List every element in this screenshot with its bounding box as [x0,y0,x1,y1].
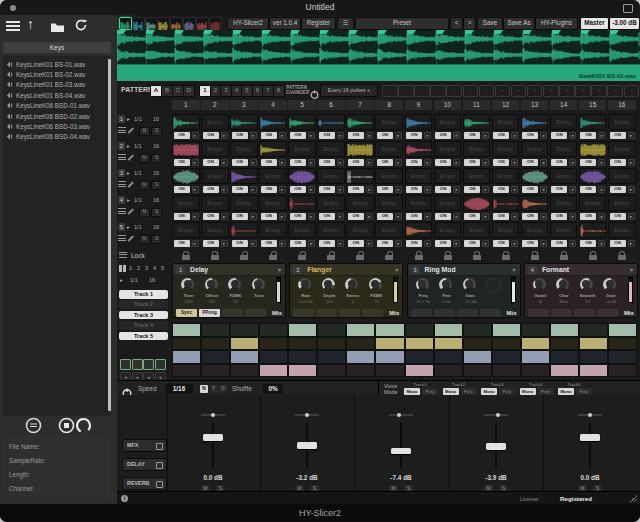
slice-on-button[interactable]: ON [435,132,451,139]
row-mute-button[interactable]: M [139,181,150,190]
slice-cell[interactable] [579,168,607,184]
row-menu-icon[interactable] [118,154,126,160]
slice-on-button[interactable]: ON [464,159,480,166]
fx-unit-header[interactable]: 4Formant▾ [525,264,637,276]
slice-on-button[interactable]: ON [290,240,306,247]
slice-play-button[interactable]: ▸ [337,240,344,247]
menu-icon[interactable] [6,21,20,31]
slice-cell[interactable]: Empty [550,141,578,157]
step-grid-cell[interactable] [521,337,550,351]
slice-on-button[interactable]: ON [348,159,364,166]
menu-button[interactable]: ☰ [337,17,354,30]
fx-button-blank[interactable] [434,309,455,317]
step-grid-cell[interactable] [434,337,463,351]
slice-play-button[interactable]: ▸ [511,240,518,247]
voice-track1-mono[interactable]: Mono [404,388,420,395]
slice-cell[interactable]: Empty [521,141,549,157]
slice-play-button[interactable]: ▸ [424,213,431,220]
slice-on-button[interactable]: ON [464,132,480,139]
fx-knob-fdbk[interactable] [369,278,382,291]
step-grid-cell[interactable] [405,364,434,378]
fader-handle[interactable] [297,442,317,449]
sample-slot-2[interactable] [132,17,145,30]
pattern-changer-cell[interactable]: - [463,85,479,97]
slice-cell[interactable]: Empty [317,168,345,184]
fx-button-blank[interactable] [316,309,337,317]
lock-icon[interactable] [327,255,335,261]
slice-play-button[interactable]: ▸ [395,186,402,193]
pattern-changer-cell[interactable]: - [414,85,430,97]
slice-cell[interactable]: Empty [172,222,200,238]
slice-cell[interactable] [288,195,316,211]
fx-unit-header[interactable]: 1Delay▾ [173,264,285,276]
step-grid-cell[interactable] [201,350,230,364]
slice-play-button[interactable]: ▸ [279,159,286,166]
slice-cell[interactable]: Empty [375,222,403,238]
slice-on-button[interactable]: ON [610,186,626,193]
file-item[interactable]: KeysLineK06 BSD-01.wav [7,101,90,111]
sidebar-scrollbar[interactable] [108,59,111,411]
voice-track5-mono[interactable]: Mono [558,388,574,395]
slice-on-button[interactable]: ON [580,240,596,247]
brand-button[interactable]: HY-Plugins [535,17,578,30]
slice-play-button[interactable]: ▸ [598,240,605,247]
note-mode-N[interactable]: N [200,385,208,393]
slice-play-button[interactable]: ▸ [453,132,460,139]
slice-cell[interactable]: Empty [463,168,491,184]
slice-on-button[interactable]: ON [377,186,393,193]
fx-knob-smooth[interactable] [580,278,593,291]
voice-track3-mono[interactable]: Mono [481,388,497,395]
row-mute-button[interactable]: M [139,235,150,244]
file-item[interactable]: KeysLineK06 BSD-03.wav [7,121,90,131]
row-steps-select[interactable]: 16 [153,143,159,149]
slice-on-button[interactable]: ON [522,213,538,220]
slice-play-button[interactable]: ▸ [482,240,489,247]
save-as-button[interactable]: Save As [503,17,535,30]
slice-cell[interactable]: Empty [259,168,287,184]
slice-play-button[interactable]: ▸ [424,132,431,139]
step-grid-cell[interactable] [259,323,288,337]
slice-play-button[interactable]: ▸ [569,213,576,220]
slice-play-button[interactable]: ▸ [250,186,257,193]
slice-on-button[interactable]: ON [174,213,190,220]
lock-icon[interactable] [298,255,306,261]
slice-cell[interactable]: Empty [346,195,374,211]
slice-play-button[interactable]: ▸ [395,159,402,166]
row-steps-select[interactable]: 16 [153,197,159,203]
slice-play-button[interactable]: ▸ [308,132,315,139]
save-button[interactable]: Save [477,17,503,30]
slice-play-button[interactable]: ▸ [598,132,605,139]
fx-button-blank[interactable] [362,309,383,317]
step-grid-cell[interactable] [521,350,550,364]
step-grid-cell[interactable] [405,350,434,364]
slice-cell[interactable]: Empty [579,195,607,211]
voice-track4-poly[interactable]: Poly [538,388,554,395]
fx-knob-stereo[interactable] [345,278,358,291]
lock-icon[interactable] [589,255,597,261]
slice-cell[interactable]: Empty [259,195,287,211]
slice-play-button[interactable]: ▸ [250,213,257,220]
slice-play-button[interactable]: ▸ [598,213,605,220]
note-mode-T[interactable]: T [210,385,218,393]
slice-cell[interactable] [346,168,374,184]
step-grid-cell[interactable] [346,350,375,364]
chevron-down-icon[interactable]: ▾ [513,266,516,273]
file-item[interactable]: KeysLineK01 BS-03.wav [7,80,85,90]
step-grid-cell[interactable] [579,337,608,351]
slice-cell[interactable] [172,168,200,184]
slice-on-button[interactable]: ON [610,213,626,220]
lock-icon[interactable] [560,255,568,261]
slice-on-button[interactable]: ON [610,159,626,166]
chevron-down-icon[interactable]: ▾ [395,266,398,273]
slice-play-button[interactable]: ▸ [250,159,257,166]
slice-on-button[interactable]: ON [435,213,451,220]
slice-cell[interactable]: Empty [608,168,636,184]
slice-play-button[interactable]: ▸ [540,132,547,139]
lock-icon[interactable] [211,255,219,261]
slice-on-button[interactable]: ON [319,159,335,166]
slice-cell[interactable]: Empty [201,168,229,184]
file-item[interactable]: KeysLineK01 BS-01.wav [7,59,85,69]
sample-slot-7[interactable] [196,17,209,30]
slice-play-button[interactable]: ▸ [221,186,228,193]
row-menu-icon[interactable] [118,181,126,187]
